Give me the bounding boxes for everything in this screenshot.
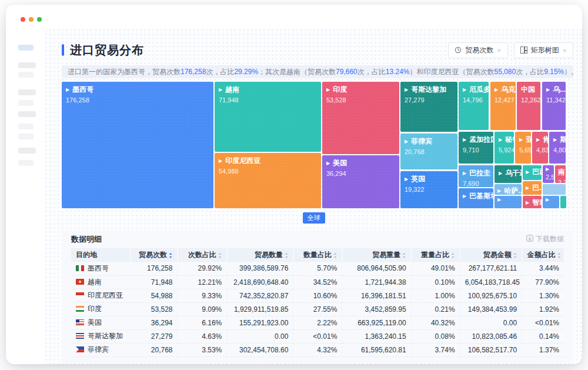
table-row[interactable]: 菲律宾20,7683.53%302,454,708.604.32%61,595,… bbox=[71, 343, 564, 356]
value-cell: 302,454,708.60 bbox=[227, 343, 293, 356]
treemap-cell-name: ▶乌干达 bbox=[499, 168, 517, 178]
column-header-重量占比[interactable]: 重量占比▲▼ bbox=[411, 248, 460, 262]
treemap-cell[interactable]: ▶ bbox=[543, 196, 559, 208]
download-data-button[interactable]: 下载数据 bbox=[526, 234, 564, 244]
treemap-cell[interactable]: ▶孟加拉国9,710 bbox=[459, 132, 493, 164]
treemap-cell[interactable]: ▶印度尼西亚54,988 bbox=[215, 153, 321, 208]
value-cell: 4.32% bbox=[293, 343, 342, 356]
treemap-cell[interactable]: ▶越南71,948 bbox=[215, 82, 321, 152]
treemap-cell[interactable]: ▶巴基斯坦 bbox=[459, 188, 493, 208]
treemap-cell[interactable]: ▶秘鲁5,924 bbox=[495, 132, 514, 164]
value-cell: 0.10% bbox=[411, 275, 460, 289]
table-row[interactable]: 印度尼西亚54,9889.33%742,352,820.8710.60%16,3… bbox=[71, 289, 564, 302]
column-header-贸易次数[interactable]: 贸易次数▲▼ bbox=[131, 248, 178, 262]
destination-cell: 印度 bbox=[71, 302, 131, 316]
treemap-cell-name: ▶越南 bbox=[219, 85, 317, 95]
treemap-cell[interactable] bbox=[543, 184, 566, 195]
treemap-cell-name: ▶秘鲁 bbox=[499, 135, 510, 145]
treemap-cell-value: 176,258 bbox=[66, 96, 209, 104]
column-header-贸易重量[interactable]: 贸易重量▲▼ bbox=[342, 248, 411, 262]
treemap-cell[interactable]: ▶ bbox=[495, 196, 522, 208]
treemap-cell[interactable]: ▶智利 bbox=[523, 196, 542, 208]
table-row[interactable]: 哥斯达黎加27,2794.63%0.00<0.01%1,363,240.150.… bbox=[71, 329, 564, 343]
treemap-cell[interactable]: ▶巴西 bbox=[523, 165, 542, 180]
treemap-cell[interactable]: ▶斯4,804 bbox=[549, 132, 566, 164]
expand-arrow-icon: ▶ bbox=[219, 88, 222, 92]
treemap-cell[interactable]: ▶美国36,294 bbox=[322, 155, 399, 208]
treemap-cell[interactable]: 南2,2 bbox=[555, 165, 566, 183]
sort-icon[interactable]: ▲▼ bbox=[402, 252, 406, 259]
sort-icon[interactable]: ▲▼ bbox=[285, 252, 288, 259]
table-row[interactable]: 美国36,2946.16%155,291,923.002.22%663,925,… bbox=[71, 316, 564, 329]
column-header-金额占比[interactable]: 金额占比▲▼ bbox=[522, 248, 564, 262]
value-cell: 77.90% bbox=[522, 275, 564, 289]
value-cell: 0.14% bbox=[522, 329, 564, 343]
column-header-贸易数量[interactable]: 贸易数量▲▼ bbox=[227, 248, 293, 262]
treemap-cell-value: 2,2 bbox=[558, 179, 563, 183]
treemap-cell[interactable]: ▶厄瓜多尔14,796 bbox=[459, 82, 489, 130]
value-cell: 54,988 bbox=[131, 289, 178, 302]
treemap-cell[interactable] bbox=[560, 196, 566, 208]
treemap-cell[interactable]: 中国12,262 bbox=[517, 82, 540, 130]
value-cell: 0.00 bbox=[460, 316, 522, 329]
expand-arrow-icon: ▶ bbox=[536, 138, 540, 142]
treemap-cell[interactable]: ▶肯4,836 bbox=[532, 132, 548, 164]
treemap-cell-value: 20,768 bbox=[405, 148, 453, 155]
expand-arrow-icon: ▶ bbox=[526, 201, 529, 205]
value-cell: 20,768 bbox=[131, 343, 178, 356]
table-row[interactable]: 墨西哥176,25829.92%399,386,589.765.70%806,9… bbox=[71, 262, 564, 275]
treemap-cell-name: ▶亚 bbox=[519, 135, 527, 145]
expand-arrow-icon: ▶ bbox=[499, 138, 502, 142]
value-cell: 399,386,589.76 bbox=[227, 262, 293, 275]
value-cell: 1,721,944.38 bbox=[342, 275, 411, 289]
treemap-cell[interactable]: ▶巴... bbox=[523, 181, 542, 195]
treemap-cell[interactable]: ▶2,5 bbox=[543, 165, 554, 183]
metric-dropdown[interactable]: 贸易次数 ∨ bbox=[448, 42, 507, 58]
treemap-cell[interactable]: ▶亚5,650 bbox=[515, 132, 531, 164]
column-header-数量占比[interactable]: 数量占比▲▼ bbox=[293, 248, 342, 262]
expand-arrow-icon: ▶ bbox=[526, 170, 529, 175]
treemap-cell[interactable]: ▶哈萨... bbox=[495, 184, 522, 195]
treemap-cell[interactable]: ▶菲律宾20,768 bbox=[400, 134, 457, 169]
treemap-cell-name: ▶巴拉圭 bbox=[463, 168, 489, 178]
chart-type-dropdown[interactable]: 矩形树图 ∨ bbox=[514, 42, 573, 58]
table-row[interactable]: 印度53,5289.09%1,929,911,519.8527.55%3,452… bbox=[71, 302, 564, 316]
sort-icon[interactable]: ▲▼ bbox=[333, 252, 337, 259]
treemap-cell[interactable]: ▶乌...11,342 bbox=[542, 82, 566, 130]
treemap-cell-name: ▶哥斯达黎加 bbox=[405, 85, 453, 95]
column-header-贸易金额[interactable]: 贸易金额▲▼ bbox=[460, 248, 522, 262]
sort-icon[interactable]: ▲▼ bbox=[513, 252, 517, 259]
table-row[interactable]: 越南71,94812.21%2,418,690,648.4034.52%1,72… bbox=[71, 275, 564, 289]
treemap-cell-name: ▶ bbox=[497, 198, 519, 202]
banner-highlight-value: 9.15% bbox=[544, 68, 564, 76]
expand-arrow-icon: ▶ bbox=[66, 88, 69, 92]
expand-arrow-icon: ▶ bbox=[546, 88, 550, 92]
treemap-cell-value: 12,427 bbox=[495, 96, 512, 104]
treemap-cell[interactable]: ▶巴拉圭7,690 bbox=[459, 165, 493, 187]
treemap-cell[interactable]: ▶印度53,528 bbox=[322, 82, 399, 154]
column-header-次数占比[interactable]: 次数占比▲▼ bbox=[178, 248, 227, 262]
treemap-cell[interactable]: ▶墨西哥176,258 bbox=[62, 82, 213, 208]
treemap-cell[interactable]: ▶英国19,322 bbox=[400, 171, 457, 208]
destination-cell: 印度尼西亚 bbox=[71, 289, 131, 302]
treemap-cell-value: 5,650 bbox=[519, 146, 527, 154]
value-cell: 0.08% bbox=[411, 329, 460, 343]
sort-icon[interactable]: ▲▼ bbox=[169, 252, 172, 259]
in-flag-icon bbox=[76, 306, 84, 312]
treemap-breadcrumb-global[interactable]: 全球 bbox=[303, 212, 325, 224]
expand-arrow-icon: ▶ bbox=[519, 138, 523, 142]
us-flag-icon bbox=[76, 319, 84, 325]
value-cell: 6.16% bbox=[178, 316, 227, 329]
sort-icon[interactable]: ▲▼ bbox=[218, 252, 222, 259]
sort-icon[interactable]: ▲▼ bbox=[451, 252, 455, 259]
treemap-cell[interactable]: ▶哥斯达黎加27,279 bbox=[400, 82, 457, 132]
treemap-cell[interactable]: ▶乌克兰12,427 bbox=[490, 82, 516, 130]
column-header-目的地[interactable]: 目的地 bbox=[71, 248, 131, 262]
value-cell: 9.33% bbox=[178, 289, 227, 302]
destination-cell: 美国 bbox=[71, 316, 131, 329]
mx-flag-icon bbox=[76, 265, 84, 271]
value-cell: 3.74% bbox=[411, 343, 460, 356]
expand-arrow-icon: ▶ bbox=[499, 171, 502, 176]
sort-icon[interactable]: ▲▼ bbox=[557, 252, 561, 259]
treemap-cell[interactable]: ▶乌干达 bbox=[495, 165, 522, 183]
